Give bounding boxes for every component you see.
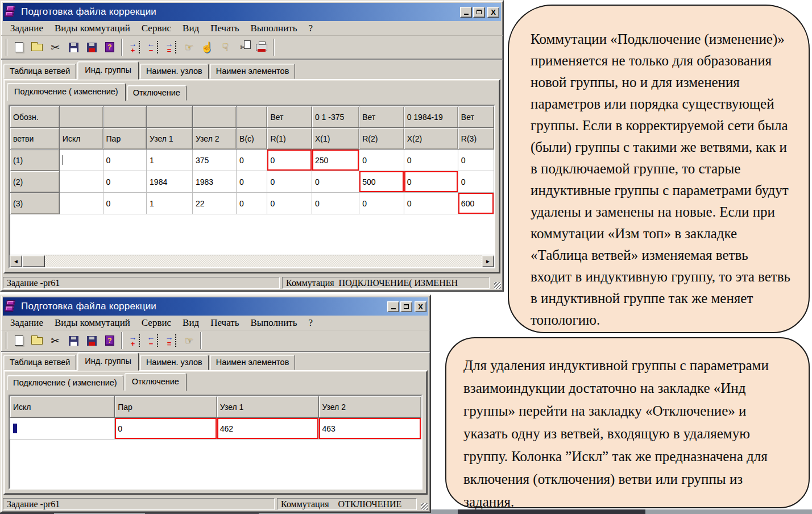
- cut-button[interactable]: ✂: [46, 38, 64, 56]
- cut-button[interactable]: ✂: [46, 331, 64, 350]
- row-header[interactable]: (1): [10, 150, 60, 171]
- tab-ind-gruppy[interactable]: Инд. группы: [77, 61, 139, 80]
- cell-par[interactable]: 0: [103, 171, 147, 193]
- cell-r1[interactable]: 0: [267, 193, 312, 214]
- open-file-button[interactable]: [28, 331, 46, 350]
- scroll-left-button[interactable]: ◄: [10, 255, 22, 267]
- subtab-otklyuchenie[interactable]: Отключение: [125, 373, 187, 391]
- cell-x1[interactable]: 0: [312, 171, 359, 193]
- menu-vypolnit[interactable]: Выполнить: [245, 22, 303, 35]
- cell-r1[interactable]: 0: [267, 150, 312, 171]
- menu-zadanie[interactable]: Задание: [5, 22, 49, 35]
- cell-uzel2[interactable]: 375: [193, 150, 237, 171]
- subtab-podklyuchenie[interactable]: Подключение ( изменение): [7, 83, 126, 101]
- cell-iskl[interactable]: [10, 418, 115, 440]
- cell-par[interactable]: 0: [103, 150, 147, 171]
- disconnect-branch-button[interactable]: ←−: [143, 331, 161, 350]
- change-branch-button[interactable]: →=: [161, 331, 180, 350]
- menu-vidy-kommutaciy[interactable]: Виды коммутаций: [49, 22, 136, 35]
- press-row-button[interactable]: ☟: [216, 38, 234, 56]
- menu-servis[interactable]: Сервис: [136, 22, 177, 35]
- minimize-button[interactable]: [460, 7, 472, 18]
- menu-help[interactable]: ?: [303, 317, 318, 329]
- cell-x1[interactable]: 250: [312, 150, 359, 171]
- cell-par[interactable]: 0: [115, 418, 217, 440]
- subtab-podklyuchenie[interactable]: Подключение ( изменение): [7, 375, 123, 391]
- help-button[interactable]: ?: [101, 38, 119, 56]
- cell-uzel1[interactable]: 1: [147, 150, 193, 171]
- row-header[interactable]: (3): [10, 193, 60, 214]
- select-branch-button[interactable]: ☞: [180, 331, 198, 350]
- tab-naimen-uzlov[interactable]: Наимен. узлов: [140, 355, 209, 370]
- menu-help[interactable]: ?: [303, 22, 318, 35]
- cell-r3[interactable]: 0: [458, 150, 494, 171]
- row-header[interactable]: (2): [10, 171, 60, 193]
- cell-uzel1[interactable]: 1: [147, 193, 193, 214]
- menu-vypolnit[interactable]: Выполнить: [245, 317, 303, 329]
- close-button[interactable]: X: [415, 301, 426, 312]
- tab-tablica-vetvey[interactable]: Таблица ветвей: [3, 355, 76, 370]
- menu-vid[interactable]: Вид: [177, 317, 205, 329]
- save-network-button[interactable]: [82, 331, 101, 350]
- cell-uzel2[interactable]: 1983: [193, 171, 237, 193]
- print-button[interactable]: [252, 38, 271, 56]
- cell-x2[interactable]: 0: [404, 193, 458, 214]
- cell-iskl[interactable]: [59, 171, 103, 193]
- resize-grip[interactable]: [419, 498, 428, 510]
- cell-x2[interactable]: 0: [404, 171, 458, 193]
- cut-task-button[interactable]: ✂: [234, 38, 252, 56]
- new-file-button[interactable]: [10, 38, 28, 56]
- menu-vid[interactable]: Вид: [177, 22, 205, 35]
- menu-pechat[interactable]: Печать: [205, 22, 245, 35]
- scroll-right-button[interactable]: ►: [482, 255, 494, 267]
- cell-uzel1[interactable]: 1984: [147, 171, 193, 193]
- select-branch-button[interactable]: ☞: [180, 38, 198, 56]
- cell-r1[interactable]: 0: [267, 171, 312, 193]
- save-network-button[interactable]: [82, 38, 101, 56]
- new-file-button[interactable]: [10, 331, 28, 350]
- cell-bc[interactable]: 0: [237, 150, 267, 171]
- menu-servis[interactable]: Сервис: [136, 317, 177, 329]
- save-button[interactable]: [64, 331, 82, 350]
- cell-uzel1[interactable]: 462: [217, 418, 319, 440]
- resize-grip[interactable]: [492, 277, 501, 289]
- tab-naimen-elementov[interactable]: Наимен элементов: [210, 355, 296, 370]
- cell-uzel2[interactable]: 22: [193, 193, 237, 214]
- maximize-button[interactable]: [473, 7, 485, 18]
- tab-naimen-elementov[interactable]: Наимен элементов: [210, 64, 296, 79]
- cell-r2[interactable]: 0: [359, 193, 404, 214]
- cell-iskl[interactable]: [59, 150, 103, 171]
- cell-r3[interactable]: 600: [458, 193, 494, 214]
- tab-tablica-vetvey[interactable]: Таблица ветвей: [3, 64, 76, 79]
- connect-branch-button[interactable]: →+: [125, 38, 143, 56]
- subtab-otklyuchenie[interactable]: Отключение: [127, 85, 187, 101]
- connect-branch-button[interactable]: →+: [125, 331, 143, 350]
- cell-bc[interactable]: 0: [237, 193, 267, 214]
- insert-row-button[interactable]: ☝: [198, 38, 216, 56]
- cell-bc[interactable]: 0: [237, 171, 267, 193]
- close-button[interactable]: X: [487, 7, 499, 18]
- cell-uzel2[interactable]: 463: [319, 418, 421, 440]
- maximize-button[interactable]: [400, 301, 412, 312]
- menu-vidy-kommutaciy[interactable]: Виды коммутаций: [49, 317, 136, 329]
- cell-r2[interactable]: 0: [359, 150, 404, 171]
- title-bar[interactable]: Подготовка файла коррекции X: [3, 297, 428, 316]
- menu-zadanie[interactable]: Задание: [5, 317, 49, 329]
- cell-x1[interactable]: 0: [312, 193, 359, 214]
- save-button[interactable]: [64, 38, 82, 56]
- menu-pechat[interactable]: Печать: [205, 317, 245, 329]
- title-bar[interactable]: Подготовка файла коррекции X: [3, 3, 501, 21]
- cell-r3[interactable]: 0: [458, 171, 494, 193]
- cell-x2[interactable]: 0: [404, 150, 458, 171]
- tab-ind-gruppy[interactable]: Инд. группы: [77, 353, 139, 371]
- cell-r2[interactable]: 500: [359, 171, 404, 193]
- help-button[interactable]: ?: [101, 331, 119, 350]
- tab-naimen-uzlov[interactable]: Наимен. узлов: [140, 64, 209, 79]
- change-branch-button[interactable]: →=: [161, 38, 180, 56]
- horizontal-scrollbar[interactable]: ◄ ►: [10, 255, 494, 267]
- open-file-button[interactable]: [28, 38, 46, 56]
- scrollbar-thumb[interactable]: [22, 255, 45, 267]
- disconnect-branch-button[interactable]: ←−: [143, 38, 161, 56]
- cell-iskl[interactable]: [59, 193, 103, 214]
- minimize-button[interactable]: [387, 301, 399, 312]
